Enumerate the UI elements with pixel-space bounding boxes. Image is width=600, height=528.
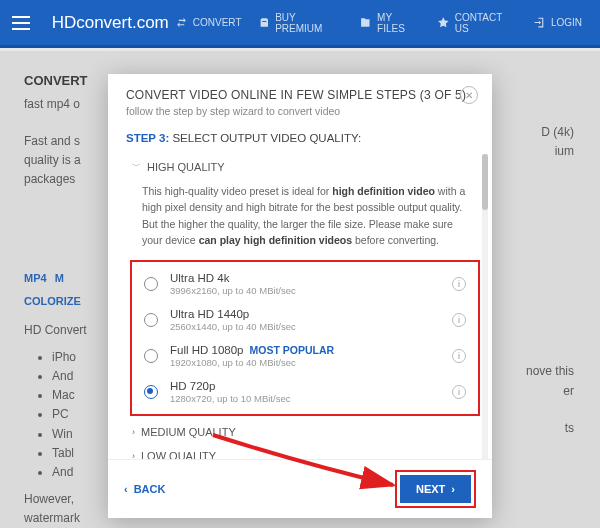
option-4k[interactable]: Ultra HD 4k3996x2160, up to 40 MBit/sec … — [132, 266, 478, 302]
nav-contact[interactable]: CONTACT US — [431, 8, 523, 38]
radio-icon — [144, 385, 158, 399]
radio-icon — [144, 349, 158, 363]
nav-login[interactable]: LOGIN — [527, 8, 588, 38]
back-button[interactable]: ‹BACK — [124, 483, 165, 495]
info-icon[interactable]: i — [452, 385, 466, 399]
chevron-down-icon: ﹀ — [132, 160, 141, 173]
step-indicator: STEP 3: SELECT OUTPUT VIDEO QUALITY: — [108, 127, 492, 154]
chevron-right-icon: › — [451, 483, 455, 495]
radio-icon — [144, 313, 158, 327]
section-medium-quality[interactable]: ›MEDIUM QUALITY — [122, 420, 490, 444]
info-icon[interactable]: i — [452, 349, 466, 363]
option-1080p[interactable]: Full HD 1080pMOST POPULAR1920x1080, up t… — [132, 338, 478, 374]
option-720p[interactable]: HD 720p1280x720, up to 10 MBit/sec i — [132, 374, 478, 410]
quality-options-group: Ultra HD 4k3996x2160, up to 40 MBit/sec … — [130, 260, 480, 416]
nav-convert[interactable]: CONVERT — [169, 8, 248, 38]
scrollbar[interactable] — [482, 154, 488, 459]
nav-buy-premium[interactable]: BUY PREMIUM — [252, 8, 350, 38]
top-navbar: HDconvert.com CONVERT BUY PREMIUM MY FIL… — [0, 0, 600, 48]
chevron-left-icon: ‹ — [124, 483, 128, 495]
radio-icon — [144, 277, 158, 291]
next-button[interactable]: NEXT› — [400, 475, 471, 503]
brand-title: HDconvert.com — [52, 13, 169, 33]
chevron-right-icon: › — [132, 427, 135, 437]
modal-body: ﹀HIGH QUALITY This high-quality video pr… — [108, 154, 492, 459]
menu-icon[interactable] — [12, 11, 36, 35]
chevron-right-icon: › — [132, 451, 135, 459]
close-icon[interactable]: ✕ — [460, 86, 478, 104]
high-quality-description: This high-quality video preset is ideal … — [122, 179, 490, 258]
section-high-quality[interactable]: ﹀HIGH QUALITY — [122, 154, 490, 179]
info-icon[interactable]: i — [452, 313, 466, 327]
modal-title: CONVERT VIDEO ONLINE IN FEW SIMPLE STEPS… — [126, 88, 474, 102]
option-1440p[interactable]: Ultra HD 1440p2560x1440, up to 40 MBit/s… — [132, 302, 478, 338]
info-icon[interactable]: i — [452, 277, 466, 291]
next-highlight: NEXT› — [395, 470, 476, 508]
wizard-modal: ✕ CONVERT VIDEO ONLINE IN FEW SIMPLE STE… — [108, 74, 492, 518]
nav-my-files[interactable]: MY FILES — [353, 8, 427, 38]
section-low-quality[interactable]: ›LOW QUALITY — [122, 444, 490, 459]
modal-subtitle: follow the step by step wizard to conver… — [126, 105, 474, 117]
nav-links: CONVERT BUY PREMIUM MY FILES CONTACT US … — [169, 8, 588, 38]
modal-footer: ‹BACK NEXT› — [108, 459, 492, 518]
